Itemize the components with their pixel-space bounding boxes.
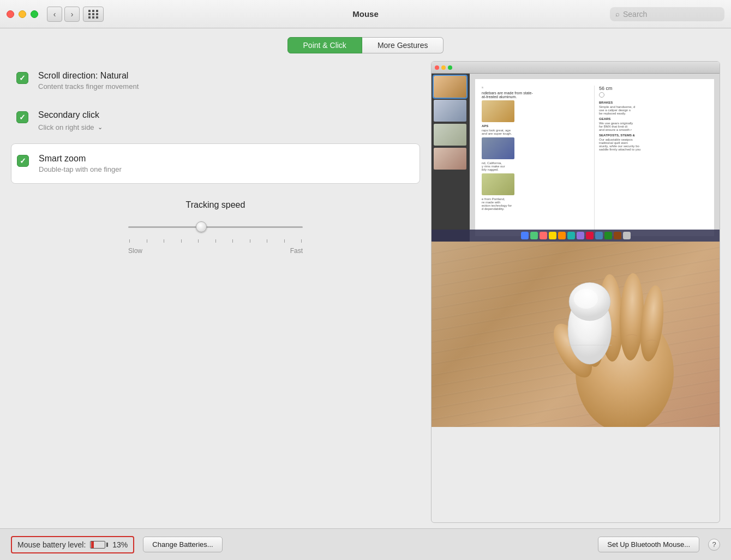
bottom-bar: Mouse battery level: 13% Change Batterie… [0, 528, 731, 560]
help-button[interactable]: ? [708, 539, 720, 551]
scroll-direction-title: Scroll direction: Natural [38, 71, 139, 81]
content-area: ✓ Scroll direction: Natural Content trac… [11, 61, 720, 528]
check-icon-3: ✓ [20, 157, 26, 165]
right-panel: s ndlebars are made from state-at-treate… [431, 61, 720, 523]
titlebar: ‹ › Mouse ⌕ Search [0, 0, 731, 28]
pages-measurement: 56 cm [599, 86, 708, 91]
pages-main-content: s ndlebars are made from state-at-treate… [470, 74, 720, 242]
check-icon: ✓ [19, 74, 26, 82]
tracking-speed-section: Tracking speed [11, 200, 420, 255]
slider-track [128, 226, 303, 228]
smart-zoom-row: ✓ Smart zoom Double-tap with one finger [11, 143, 420, 184]
magic-mouse-image [554, 263, 625, 372]
battery-section: Mouse battery level: 13% [11, 536, 134, 553]
preview-top: s ndlebars are made from state-at-treate… [432, 62, 720, 242]
main-content: Point & Click More Gestures ✓ Scroll dir… [0, 28, 731, 528]
pages-thumb-3 [434, 124, 466, 146]
pages-brakes-label: BRAKES [599, 101, 708, 104]
grid-button[interactable] [83, 7, 104, 22]
back-button[interactable]: ‹ [47, 7, 62, 22]
pages-app-preview: s ndlebars are made from state-at-treate… [432, 62, 720, 242]
preview-bottom [432, 242, 720, 427]
secondary-click-title: Secondary click [38, 110, 103, 120]
nav-buttons: ‹ › [47, 7, 80, 22]
tab-more-gestures[interactable]: More Gestures [362, 37, 444, 53]
smart-zoom-checkbox[interactable]: ✓ [17, 155, 29, 167]
scroll-direction-text: Scroll direction: Natural Content tracks… [38, 71, 139, 91]
pages-sidebar [432, 74, 470, 242]
left-panel: ✓ Scroll direction: Natural Content trac… [11, 61, 420, 523]
secondary-click-checkbox[interactable]: ✓ [16, 111, 28, 123]
pages-max-dot [448, 65, 452, 70]
search-placeholder: Search [623, 10, 647, 19]
close-button[interactable] [7, 10, 14, 18]
battery-percent: 13% [112, 540, 128, 549]
tracking-speed-slider[interactable] [128, 219, 303, 235]
traffic-lights [7, 10, 38, 18]
forward-button[interactable]: › [64, 7, 80, 22]
secondary-click-row: ✓ Secondary click Click on right side ⌄ [11, 100, 420, 141]
pages-content: s ndlebars are made from state-at-treate… [432, 74, 720, 242]
dropdown-arrow-icon[interactable]: ⌄ [98, 124, 103, 131]
scroll-direction-subtitle: Content tracks finger movement [38, 82, 139, 91]
pages-thumb-4 [434, 148, 466, 170]
secondary-click-subtitle: Click on right side [38, 123, 94, 131]
back-icon: ‹ [53, 10, 56, 19]
pages-toolbar [432, 62, 720, 74]
secondary-click-dropdown-row: Click on right side ⌄ [38, 123, 103, 131]
smart-zoom-title: Smart zoom [39, 154, 122, 164]
battery-icon [90, 541, 108, 549]
secondary-click-text: Secondary click Click on right side ⌄ [38, 110, 103, 131]
pages-thumb-1 [434, 76, 466, 98]
check-icon-2: ✓ [19, 113, 26, 121]
pages-document: s ndlebars are made from state-at-treate… [475, 79, 714, 236]
svg-point-2 [574, 289, 598, 309]
minimize-button[interactable] [19, 10, 26, 18]
slider-ticks [128, 239, 303, 243]
slider-fast-label: Fast [290, 247, 303, 255]
help-icon: ? [712, 540, 716, 549]
tracking-speed-slider-container: Slow Fast [22, 219, 409, 255]
smart-zoom-subtitle: Double-tap with one finger [39, 165, 122, 173]
tab-bar: Point & Click More Gestures [11, 28, 720, 61]
battery-body [90, 541, 105, 549]
tab-point-click[interactable]: Point & Click [287, 37, 362, 53]
grid-icon [88, 10, 99, 19]
window-title: Mouse [352, 9, 379, 19]
change-batteries-button[interactable]: Change Batteries... [143, 537, 222, 552]
scroll-direction-checkbox[interactable]: ✓ [16, 72, 28, 84]
battery-fill [91, 541, 94, 548]
scroll-direction-row: ✓ Scroll direction: Natural Content trac… [11, 61, 420, 100]
slider-thumb[interactable] [196, 221, 207, 232]
battery-label: Mouse battery level: [17, 540, 86, 549]
slider-labels: Slow Fast [128, 247, 303, 255]
tracking-speed-label: Tracking speed [186, 200, 245, 210]
pages-min-dot [441, 65, 446, 70]
search-box[interactable]: ⌕ Search [610, 7, 724, 21]
pages-close-dot [435, 65, 439, 70]
pages-thumb-2 [434, 100, 466, 122]
pages-seatposts-label: SEATPOSTS, STEMS & [599, 134, 708, 137]
maximize-button[interactable] [31, 10, 38, 18]
pages-gears-label: GEARS [599, 117, 708, 121]
slider-slow-label: Slow [128, 247, 142, 255]
battery-terminal [106, 543, 108, 547]
smart-zoom-text: Smart zoom Double-tap with one finger [39, 154, 122, 173]
setup-bluetooth-button[interactable]: Set Up Bluetooth Mouse... [598, 537, 699, 552]
forward-icon: › [71, 10, 74, 19]
search-icon: ⌕ [615, 10, 620, 18]
